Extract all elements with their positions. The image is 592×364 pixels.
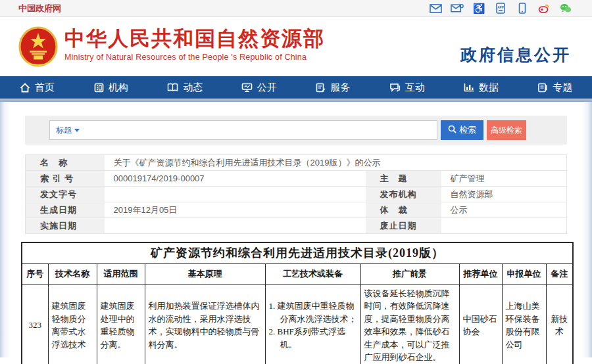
meta-label-name: 名 称 <box>26 155 105 171</box>
meta-row-date: 生成日期 2019年12月05日 体 裁 公示 <box>26 202 567 218</box>
news-icon <box>167 83 178 92</box>
col-header-no: 序号 <box>22 263 48 284</box>
meta-label-index: 索 引 号 <box>26 171 105 187</box>
nav-item-interact[interactable]: 互动 <box>370 76 445 99</box>
interact-icon <box>389 83 401 93</box>
meta-row-impl: 实施日期 废止日期 <box>26 218 567 234</box>
masthead: 中华人民共和国自然资源部 Ministry of Natural Resourc… <box>0 17 592 76</box>
ministry-title-en: Ministry of Natural Resources of the Peo… <box>64 53 325 62</box>
search-input[interactable] <box>80 122 437 139</box>
catalog-title: 矿产资源节约和综合利用先进适用技术目录(2019版） <box>22 242 573 263</box>
search-button[interactable]: 检索 <box>441 120 483 140</box>
cell-remark: 新技术 <box>546 284 573 364</box>
meta-row-name: 名 称 关于《矿产资源节约和综合利用先进适用技术目录（2019版）》的公示 <box>26 155 567 171</box>
page: 中国政府网 ♿ APP <box>0 0 592 364</box>
equipment-line-1: 1. 建筑固废中重轻质物分离水洗浮选技术； <box>269 300 357 325</box>
meta-value-genre: 公示 <box>441 202 567 218</box>
service-icon <box>316 83 326 93</box>
app-icon[interactable]: APP <box>494 3 507 14</box>
disclosure-icon <box>241 83 253 93</box>
col-header-remark: 备注 <box>546 263 573 284</box>
meta-label-docno: 发文字号 <box>26 187 105 202</box>
cell-prospect: 该设备延长轻物质沉降时间，有效降低沉降速度，提高轻重物质分离效率和效果，降低砂石… <box>360 284 459 364</box>
wechat-icon[interactable] <box>559 3 572 14</box>
meta-label-agency: 发布机构 <box>366 187 441 202</box>
cell-equipment: 1. 建筑固废中重轻质物分离水洗浮选技术； 2. BHF系列带式浮选机。 <box>265 284 360 364</box>
nav-item-data[interactable]: 数据 <box>444 76 518 99</box>
catalog-header-row: 序号 技术名称 适用范围 基本原理 工艺技术或装备 推广前景 推荐单位 申报单位… <box>22 263 573 284</box>
catalog-title-row: 矿产资源节约和综合利用先进适用技术目录(2019版） <box>22 242 573 263</box>
nav-label: 服务 <box>330 81 350 94</box>
mail-icon[interactable] <box>429 3 442 14</box>
document-meta-table: 名 称 关于《矿产资源节约和综合利用先进适用技术目录（2019版）》的公示 索 … <box>25 154 567 234</box>
search-field-selector[interactable]: 标题 <box>56 125 80 136</box>
nav-item-disclosure[interactable]: 公开 <box>222 76 297 99</box>
nav-label: 专题 <box>553 81 572 94</box>
search-button-label: 检索 <box>459 124 476 136</box>
mobile-icon[interactable] <box>516 3 529 14</box>
site-title-block: 中华人民共和国自然资源部 Ministry of Natural Resourc… <box>64 28 325 62</box>
meta-label-genre: 体 裁 <box>366 202 441 218</box>
top-icon-group: ♿ APP <box>429 3 572 14</box>
cell-principle: 利用加热装置保证浮选槽体内水的流动性，采用水浮选技术，实现物料中的轻物质与骨料分… <box>145 284 265 364</box>
col-header-applicant: 申报单位 <box>502 263 546 284</box>
search-icon <box>448 125 456 135</box>
search-box: 标题 <box>49 120 437 140</box>
top-utility-bar: 中国政府网 ♿ APP <box>0 0 592 17</box>
meta-label-impl: 实施日期 <box>26 218 105 234</box>
nav-label: 数据 <box>479 81 499 94</box>
org-icon <box>94 83 104 93</box>
meta-row-index: 索 引 号 000019174/2019-00007 主 题 矿产管理 <box>26 171 567 187</box>
chevron-down-icon <box>74 129 80 132</box>
advanced-search-button[interactable]: 高级检索 <box>487 120 526 140</box>
equipment-line-2: 2. BHF系列带式浮选机。 <box>269 325 357 351</box>
page-title: 政府信息公开 <box>460 44 571 66</box>
meta-label-date: 生成日期 <box>26 202 105 218</box>
nav-item-news[interactable]: 动态 <box>148 76 222 99</box>
weibo-icon[interactable] <box>537 3 551 14</box>
nav-item-service[interactable]: 服务 <box>296 76 370 99</box>
meta-value-subject: 矿产管理 <box>441 171 567 187</box>
nav-label: 首页 <box>35 81 55 94</box>
cell-tech-name: 建筑固废轻物质分离带式水浮选技术 <box>48 284 97 364</box>
meta-value-impl <box>105 218 366 234</box>
topic-icon <box>537 83 548 93</box>
meta-value-index: 000019174/2019-00007 <box>105 171 366 187</box>
meta-value-docno <box>105 187 366 202</box>
col-header-tech: 技术名称 <box>48 263 97 284</box>
meta-value-date: 2019年12月05日 <box>105 202 366 218</box>
cell-no: 323 <box>22 284 48 364</box>
meta-label-subject: 主 题 <box>366 171 441 187</box>
cell-applicant: 上海山美环保装备股份有限公司 <box>502 284 546 364</box>
meta-label-repeal: 废止日期 <box>366 218 441 234</box>
cell-recommender: 中国砂石协会 <box>459 284 502 364</box>
ministry-title-cn: 中华人民共和国自然资源部 <box>64 28 325 50</box>
nav-label: 互动 <box>405 81 425 94</box>
col-header-recommender: 推荐单位 <box>459 263 502 284</box>
svg-text:APP: APP <box>497 6 503 9</box>
table-row: 323 建筑固废轻物质分离带式水浮选技术 建筑固废处理中的重轻质物分离。 利用加… <box>22 284 573 364</box>
content-area: 标题 检索 高级检索 名 称 关于《矿产资源节约和综合利用先进适用技术目录（20… <box>0 102 592 357</box>
nav-label: 公开 <box>257 81 277 94</box>
primary-nav: 首页 机构 动态 公开 服务 互动 数据 专题 <box>0 76 592 99</box>
nav-item-org[interactable]: 机构 <box>74 76 149 99</box>
nav-label: 动态 <box>183 81 203 94</box>
data-icon <box>464 83 474 92</box>
nav-item-home[interactable]: 首页 <box>0 76 74 99</box>
meta-value-repeal <box>441 218 567 234</box>
nav-item-topic[interactable]: 专题 <box>518 76 592 99</box>
cell-scope: 建筑固废处理中的重轻质物分离。 <box>97 284 145 364</box>
search-field-label: 标题 <box>56 125 72 136</box>
meta-value-agency: 自然资源部 <box>441 187 567 202</box>
col-header-principle: 基本原理 <box>145 263 265 284</box>
meta-row-docno: 发文字号 发布机构 自然资源部 <box>26 187 567 202</box>
home-icon <box>20 83 30 93</box>
nav-label: 机构 <box>109 81 128 94</box>
mail-subscribe-icon[interactable] <box>451 3 464 14</box>
national-emblem-logo <box>18 26 58 67</box>
gov-site-link[interactable]: 中国政府网 <box>18 3 61 14</box>
meta-value-name: 关于《矿产资源节约和综合利用先进适用技术目录（2019版）》的公示 <box>105 155 567 171</box>
accessibility-icon[interactable]: ♿ <box>472 3 485 14</box>
col-header-scope: 适用范围 <box>97 263 145 284</box>
col-header-equipment: 工艺技术或装备 <box>265 263 360 284</box>
